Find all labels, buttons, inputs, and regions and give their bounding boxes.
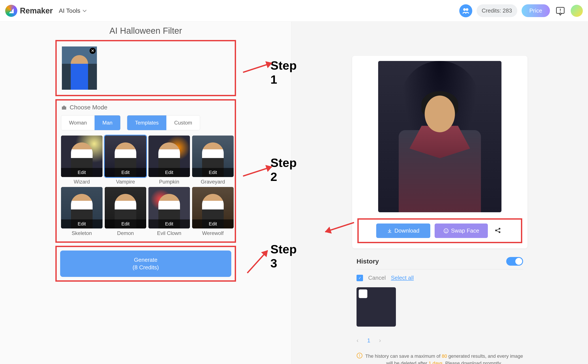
download-icon <box>387 228 392 234</box>
svg-line-13 <box>497 229 499 230</box>
page-number[interactable]: 1 <box>367 337 370 344</box>
note-text: The history can save a maximum of <box>365 353 442 359</box>
template-thumb[interactable]: Edit <box>192 187 234 228</box>
mode-section: Choose Mode Woman Man Templates Custom E… <box>57 101 235 241</box>
download-button[interactable]: Download <box>376 223 430 238</box>
template-item-clown: Edit Evil Clown <box>148 187 190 236</box>
edit-badge[interactable]: Edit <box>61 219 103 228</box>
edit-badge[interactable]: Edit <box>192 168 234 177</box>
pagination: ‹ 1 › <box>357 337 523 344</box>
swap-label: Swap Face <box>451 228 479 234</box>
template-label: Demon <box>117 230 134 236</box>
edit-badge[interactable]: Edit <box>148 168 190 177</box>
edit-badge[interactable]: Edit <box>61 168 103 177</box>
generate-label: Generate <box>134 257 157 263</box>
svg-point-9 <box>447 230 447 231</box>
credits-display: Credits: 283 <box>476 4 517 17</box>
template-thumb[interactable]: Edit <box>61 136 103 177</box>
step-3-label: Step 3 <box>271 242 297 270</box>
svg-point-7 <box>444 229 448 233</box>
community-button[interactable] <box>459 4 472 17</box>
template-thumb[interactable]: Edit <box>105 187 146 228</box>
feedback-button[interactable] <box>554 5 566 17</box>
action-row-annotation-box: Download Swap Face <box>357 218 522 243</box>
note-highlight: 1 days <box>429 361 443 364</box>
template-label: Pumpkin <box>159 179 179 185</box>
credits-label: Credits: <box>482 7 501 14</box>
template-label: Vampire <box>116 179 135 185</box>
edit-badge[interactable]: Edit <box>192 219 234 228</box>
item-checkbox[interactable] <box>359 289 367 298</box>
prev-page-button[interactable]: ‹ <box>357 337 358 344</box>
template-item-graveyard: Edit Graveyard <box>192 136 234 185</box>
template-item-wizard: Edit Wizard <box>61 136 103 185</box>
tab-woman[interactable]: Woman <box>61 115 94 130</box>
tab-custom[interactable]: Custom <box>166 115 200 130</box>
arrow-icon <box>243 62 272 73</box>
svg-point-1 <box>466 8 468 11</box>
uploaded-photo-thumb[interactable]: ✕ <box>62 46 97 90</box>
gender-tabs: Woman Man <box>61 115 120 130</box>
tab-rows: Woman Man Templates Custom <box>61 115 230 130</box>
share-button[interactable] <box>492 225 503 237</box>
tab-templates[interactable]: Templates <box>127 115 166 130</box>
upload-area[interactable]: ✕ <box>57 41 235 95</box>
history-actions: ✓ Cancel Select all <box>357 274 523 281</box>
template-item-demon: Edit Demon <box>105 187 146 236</box>
template-item-werewolf: Edit Werewolf <box>192 187 234 236</box>
template-item-pumpkin: Edit Pumpkin <box>148 136 190 185</box>
note-highlight: 80 <box>442 353 447 359</box>
brand-wrap: Remaker <box>5 5 53 17</box>
left-panel: AI Halloween Filter ✕ Choose Mode Woman <box>0 22 292 364</box>
next-page-button[interactable]: › <box>379 337 381 344</box>
price-button[interactable]: Price <box>522 4 550 17</box>
svg-rect-6 <box>63 106 65 107</box>
svg-point-4 <box>560 12 561 13</box>
credits-value: 283 <box>502 7 512 14</box>
result-image[interactable] <box>378 61 502 212</box>
chevron-down-icon <box>82 10 87 12</box>
template-thumb[interactable]: Edit <box>61 187 103 228</box>
edit-badge[interactable]: Edit <box>105 168 146 177</box>
cancel-link[interactable]: Cancel <box>368 274 386 281</box>
choose-mode-label: Choose Mode <box>70 104 107 111</box>
select-all-link[interactable]: Select all <box>391 274 414 281</box>
svg-point-17 <box>359 357 360 357</box>
brand-logo-icon <box>5 5 17 17</box>
template-thumb[interactable]: Edit <box>148 187 190 228</box>
template-label: Skeleton <box>72 230 92 236</box>
template-thumb[interactable]: Edit <box>192 136 234 177</box>
select-checkbox[interactable]: ✓ <box>357 275 363 281</box>
svg-point-8 <box>445 230 445 231</box>
toolbox-icon <box>61 104 67 110</box>
arrow-icon <box>247 250 268 273</box>
step-1-label: Step 1 <box>271 58 297 86</box>
swap-face-button[interactable]: Swap Face <box>435 223 488 238</box>
history-toggle[interactable] <box>506 257 523 266</box>
edit-badge[interactable]: Edit <box>148 219 190 228</box>
chat-alert-icon <box>555 6 566 16</box>
generate-cost: (8 Credits) <box>133 264 159 271</box>
generate-button[interactable]: Generate (8 Credits) <box>60 251 231 277</box>
history-note: The history can save a maximum of 80 gen… <box>357 352 523 364</box>
template-label: Wizard <box>74 179 90 185</box>
ai-tools-dropdown[interactable]: AI Tools <box>59 7 87 14</box>
mode-annotation-box: Choose Mode Woman Man Templates Custom E… <box>55 99 236 243</box>
template-item-skeleton: Edit Skeleton <box>61 187 103 236</box>
template-item-vampire: Edit Vampire <box>105 136 146 185</box>
upload-annotation-box: ✕ <box>55 40 236 96</box>
svg-rect-5 <box>62 107 66 110</box>
page-title: AI Halloween Filter <box>0 26 291 36</box>
user-avatar[interactable] <box>571 5 583 17</box>
remove-photo-button[interactable]: ✕ <box>90 48 96 54</box>
template-thumb[interactable]: Edit <box>105 136 146 177</box>
step-2-label: Step 2 <box>271 156 297 184</box>
template-thumb[interactable]: Edit <box>148 136 190 177</box>
main-content: AI Halloween Filter ✕ Choose Mode Woman <box>0 22 588 364</box>
note-text: . Please download promptly. <box>443 361 502 364</box>
history-item[interactable] <box>357 287 396 327</box>
tab-man[interactable]: Man <box>94 115 120 130</box>
app-header: Remaker AI Tools Credits: 283 Price <box>0 0 588 22</box>
edit-badge[interactable]: Edit <box>105 219 146 228</box>
result-card: Download Swap Face <box>352 56 528 248</box>
